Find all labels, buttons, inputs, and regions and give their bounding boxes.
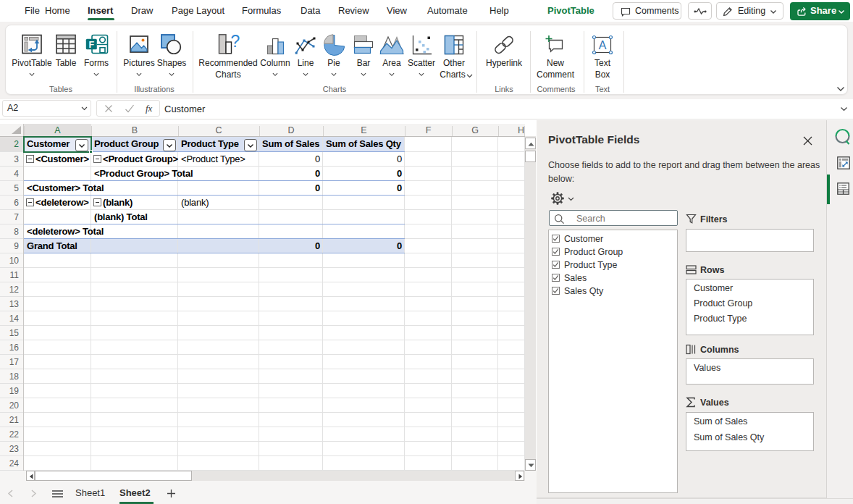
svg-text:A: A: [599, 39, 607, 51]
svg-text:?: ?: [231, 34, 240, 51]
svg-text:F: F: [88, 40, 94, 50]
